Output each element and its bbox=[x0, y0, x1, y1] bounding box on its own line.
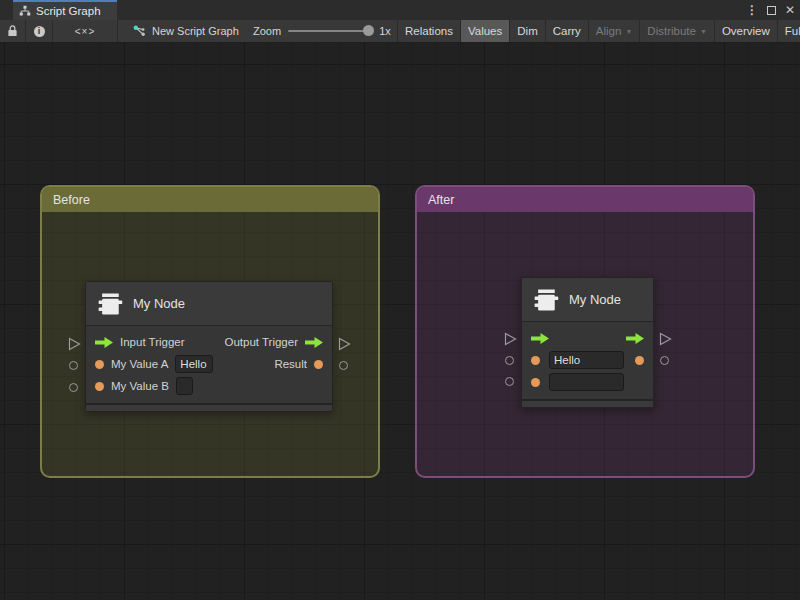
maximize-icon[interactable] bbox=[767, 6, 776, 15]
code-icon: <×> bbox=[75, 26, 96, 37]
port-row-value-a: My Value A Result bbox=[86, 353, 332, 375]
tab-title: Script Graph bbox=[36, 5, 101, 17]
value-input-port-icon[interactable] bbox=[95, 382, 104, 391]
port-row-value-b bbox=[522, 371, 653, 393]
node-my-node-before[interactable]: My Node Input Trigger Output Trigger bbox=[85, 281, 333, 412]
node-body: Input Trigger Output Trigger My Value A bbox=[86, 326, 332, 403]
port-row-value-a bbox=[522, 349, 653, 371]
graph-name-area[interactable]: New Script Graph bbox=[133, 20, 239, 42]
node-title: My Node bbox=[133, 296, 185, 311]
chevron-down-icon: ▼ bbox=[625, 28, 632, 35]
node-title: My Node bbox=[569, 292, 621, 307]
unit-icon bbox=[532, 286, 560, 314]
graph-canvas[interactable]: Before After My Node bbox=[0, 43, 800, 600]
distribute-dropdown[interactable]: Distribute ▼ bbox=[639, 20, 714, 42]
node-header[interactable]: My Node bbox=[522, 278, 653, 322]
value-connector-icon[interactable] bbox=[505, 356, 514, 365]
values-button[interactable]: Values bbox=[460, 20, 509, 42]
relations-button[interactable]: Relations bbox=[397, 20, 460, 42]
dim-button[interactable]: Dim bbox=[509, 20, 544, 42]
group-after-title: After bbox=[428, 193, 454, 207]
flow-connector-icon[interactable] bbox=[659, 332, 672, 346]
port-row-value-b: My Value B bbox=[86, 375, 332, 397]
node-header[interactable]: My Node bbox=[86, 282, 332, 326]
graph-name-label: New Script Graph bbox=[152, 25, 239, 37]
flow-input-port-icon[interactable] bbox=[531, 333, 549, 344]
close-icon[interactable]: ✕ bbox=[785, 4, 795, 16]
code-view-button[interactable]: <×> bbox=[53, 20, 118, 42]
my-value-a-field[interactable] bbox=[175, 355, 213, 373]
zoom-slider[interactable] bbox=[288, 30, 372, 32]
port-row-trigger bbox=[522, 327, 653, 349]
value-input-port-icon[interactable] bbox=[95, 360, 104, 369]
group-before-header[interactable]: Before bbox=[42, 187, 378, 212]
value-input-port-icon[interactable] bbox=[531, 378, 540, 387]
value-connector-icon[interactable] bbox=[69, 383, 78, 392]
overview-button[interactable]: Overview bbox=[714, 20, 777, 42]
value-connector-icon[interactable] bbox=[69, 361, 78, 370]
tab-bar: Script Graph ⋮ ✕ bbox=[0, 0, 800, 20]
info-button[interactable]: i bbox=[26, 20, 53, 42]
info-icon: i bbox=[34, 26, 45, 37]
node-footer[interactable] bbox=[522, 399, 653, 407]
lock-button[interactable] bbox=[0, 20, 26, 42]
flow-output-port-icon[interactable] bbox=[626, 333, 644, 344]
value-connector-icon[interactable] bbox=[660, 356, 669, 365]
flow-input-port-icon[interactable] bbox=[95, 337, 113, 348]
before-node-wrap: My Node Input Trigger Output Trigger bbox=[85, 281, 333, 412]
carry-button[interactable]: Carry bbox=[545, 20, 588, 42]
port-row-trigger: Input Trigger Output Trigger bbox=[86, 331, 332, 353]
graph-toolbar: i <×> New Script Graph Zoom 1x Relations bbox=[0, 20, 800, 43]
flow-output-port-icon[interactable] bbox=[305, 337, 323, 348]
zoom-slider-handle[interactable] bbox=[363, 25, 374, 36]
value-connector-icon[interactable] bbox=[505, 377, 514, 386]
graph-hierarchy-icon bbox=[19, 5, 31, 17]
tab-script-graph[interactable]: Script Graph bbox=[13, 0, 117, 20]
group-after-header[interactable]: After bbox=[417, 187, 753, 212]
flow-connector-icon[interactable] bbox=[68, 337, 81, 351]
value-input-port-icon[interactable] bbox=[531, 356, 540, 365]
flow-connector-icon[interactable] bbox=[338, 337, 351, 351]
value-output-port-icon[interactable] bbox=[314, 360, 323, 369]
unit-icon bbox=[96, 290, 124, 318]
my-value-a-field[interactable] bbox=[549, 351, 624, 369]
unity-script-graph-window: Script Graph ⋮ ✕ i <×> bbox=[0, 0, 800, 600]
after-node-wrap: My Node bbox=[521, 277, 654, 408]
my-value-b-field[interactable] bbox=[176, 377, 193, 395]
flow-connector-icon[interactable] bbox=[504, 332, 517, 346]
zoom-label: Zoom bbox=[253, 25, 281, 37]
toolbar-left-icons: i <×> bbox=[0, 20, 118, 42]
node-footer[interactable] bbox=[86, 403, 332, 411]
node-body bbox=[522, 322, 653, 399]
more-menu-icon[interactable]: ⋮ bbox=[746, 4, 758, 16]
zoom-control: Zoom 1x bbox=[253, 20, 391, 42]
script-graph-icon bbox=[133, 25, 146, 37]
lock-icon bbox=[7, 25, 18, 37]
value-output-port-icon[interactable] bbox=[635, 356, 644, 365]
value-connector-icon[interactable] bbox=[339, 361, 348, 370]
zoom-value: 1x bbox=[379, 25, 391, 37]
my-value-b-field[interactable] bbox=[549, 373, 624, 391]
toolbar-buttons: Relations Values Dim Carry Align ▼ Distr… bbox=[397, 20, 800, 42]
window-controls: ⋮ ✕ bbox=[746, 0, 795, 20]
group-before-title: Before bbox=[53, 193, 90, 207]
node-my-node-after[interactable]: My Node bbox=[521, 277, 654, 408]
align-dropdown[interactable]: Align ▼ bbox=[588, 20, 640, 42]
fullscreen-button[interactable]: Full Scr bbox=[777, 20, 800, 42]
chevron-down-icon: ▼ bbox=[700, 28, 707, 35]
